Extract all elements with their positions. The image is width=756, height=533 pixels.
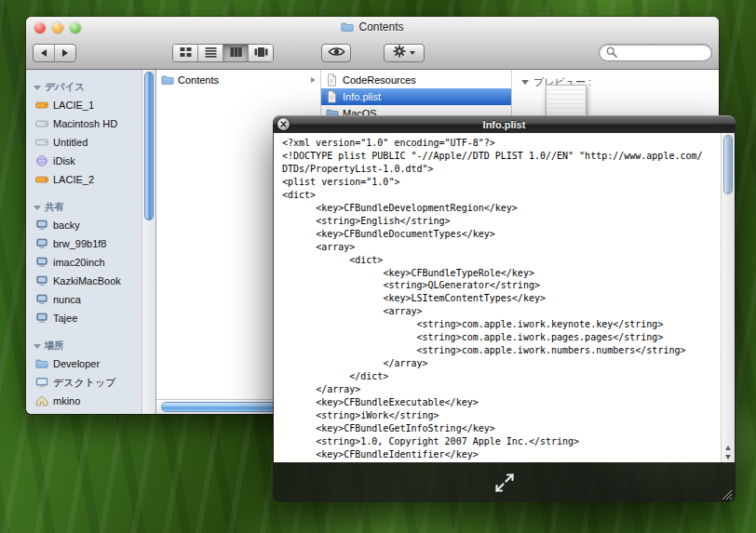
sidebar-section-header: デバイス [26, 79, 155, 96]
desktop-icon [35, 376, 48, 389]
finder-titlebar[interactable]: Contents [26, 17, 719, 70]
icon-view-button[interactable] [173, 45, 197, 61]
scroll-down-icon[interactable] [725, 455, 731, 460]
folder-icon [35, 357, 48, 370]
window-title: Contents [26, 20, 719, 33]
sidebar-section-gap [26, 189, 155, 197]
disclosure-triangle-icon[interactable] [34, 344, 41, 349]
close-icon[interactable] [277, 118, 290, 130]
plist-text: <?xml version="1.0" encoding="UTF-8"?> <… [274, 133, 735, 461]
chevron-down-icon [410, 51, 415, 55]
sidebar-item-developer[interactable]: Developer [26, 354, 155, 373]
sidebar-item-nunca[interactable]: nunca [26, 290, 155, 309]
network-computer-icon [35, 219, 48, 232]
sidebar-item-macintosh-hd[interactable]: Macintosh HD [26, 114, 155, 133]
coverflow-view-icon [254, 45, 268, 61]
sidebar-item-label: LACIE_2 [53, 174, 94, 185]
fullscreen-icon[interactable] [493, 472, 516, 494]
column-item-label: CodeResources [343, 74, 416, 86]
view-mode-segmented-control [172, 44, 274, 62]
desktop-wallpaper: Contents [0, 0, 756, 533]
sidebar-item-tajee[interactable]: Tajee [26, 309, 155, 327]
network-computer-icon [35, 237, 48, 250]
search-field[interactable] [599, 44, 712, 61]
sidebar-item-label: Developer [53, 358, 100, 369]
sidebar: デバイスLACIE_1Macintosh HDUntitlediDiskLACI… [26, 70, 156, 414]
forward-button[interactable] [54, 45, 75, 61]
quicklook-scrollbar[interactable] [721, 133, 735, 462]
idisk-icon [35, 154, 48, 167]
preview-header: プレビュー : [512, 70, 719, 89]
sidebar-item-label: backy [53, 220, 80, 231]
sidebar-item-kazkimacbook[interactable]: KazkiMacBook [26, 272, 155, 290]
forward-icon [62, 49, 68, 57]
column-item-coderesources[interactable]: CodeResources [321, 72, 511, 88]
eye-icon [328, 45, 345, 61]
sidebar-item-label: Tajee [53, 313, 77, 324]
column-view-icon [229, 45, 243, 61]
sidebar-item-brw-99b1f8[interactable]: brw_99b1f8 [26, 234, 155, 253]
hard-drive-icon [35, 136, 48, 149]
column-item-contents[interactable]: Contents [156, 72, 320, 88]
list-view-icon [204, 45, 218, 61]
search-input[interactable] [621, 47, 705, 60]
sidebar-scrollbar[interactable] [142, 70, 155, 414]
sidebar-item-backy[interactable]: backy [26, 216, 155, 234]
nav-buttons [33, 44, 76, 62]
sidebar-item-label: iDisk [53, 155, 75, 167]
quicklook-scrollbar-arrows [722, 446, 735, 460]
column-view-button[interactable] [223, 45, 248, 61]
scroll-up-icon[interactable] [725, 446, 731, 450]
sidebar-section-header: 場所 [26, 338, 155, 354]
hard-drive-orange-icon [35, 173, 48, 186]
folder-icon [341, 20, 354, 33]
quicklook-bottom-bar [273, 462, 736, 502]
sidebar-item-label: nunca [53, 294, 81, 305]
quicklook-scrollbar-thumb[interactable] [723, 135, 733, 194]
document-icon [326, 73, 339, 87]
sidebar-item-untitled[interactable]: Untitled [26, 133, 155, 152]
sidebar-scrollbar-thumb[interactable] [144, 72, 154, 220]
sidebar-item-mkino[interactable]: mkino [26, 392, 155, 410]
sidebar-section-label: 共有 [45, 201, 64, 214]
search-icon [606, 45, 617, 61]
column-item-label: Contents [178, 74, 219, 86]
back-button[interactable] [34, 45, 54, 61]
resize-grip-icon[interactable] [722, 489, 733, 500]
sidebar-item-label: mkino [53, 395, 80, 406]
document-icon [326, 90, 339, 103]
sidebar-item-idisk[interactable]: iDisk [26, 152, 155, 170]
sidebar-section-label: デバイス [45, 81, 85, 94]
chevron-right-icon [311, 77, 316, 83]
sidebar-section-header: 共有 [26, 199, 155, 216]
icon-view-icon [179, 45, 193, 61]
quicklook-titlebar[interactable]: Info.plist [273, 115, 736, 133]
column-item-info-plist[interactable]: Info.plist [321, 88, 511, 105]
network-computer-icon [35, 256, 48, 269]
sidebar-item-item[interactable]: デスクトップ [26, 373, 155, 392]
disclosure-triangle-icon[interactable] [34, 206, 41, 210]
quicklook-window: Info.plist <?xml version="1.0" encoding=… [273, 115, 736, 502]
sidebar-item-label: imac20inch [53, 257, 105, 268]
finder-toolbar [26, 41, 719, 67]
disclosure-triangle-icon[interactable] [521, 80, 529, 85]
quicklook-content: <?xml version="1.0" encoding="UTF-8"?> <… [274, 133, 735, 462]
network-computer-icon [35, 274, 48, 287]
sidebar-section-gap [26, 327, 155, 336]
network-computer-icon [35, 312, 48, 325]
sidebar-item-label: デスクトップ [53, 376, 116, 390]
column-item-label: Info.plist [343, 91, 381, 102]
sidebar-item-imac20inch[interactable]: imac20inch [26, 253, 155, 272]
list-view-button[interactable] [197, 45, 223, 61]
coverflow-view-button[interactable] [248, 45, 273, 61]
window-title-label: Contents [358, 20, 403, 33]
network-computer-icon [35, 293, 48, 306]
sidebar-item-label: KazkiMacBook [53, 275, 121, 286]
action-menu-button[interactable] [384, 44, 425, 62]
quicklook-button[interactable] [321, 44, 351, 62]
sidebar-sections: デバイスLACIE_1Macintosh HDUntitlediDiskLACI… [26, 79, 155, 410]
disclosure-triangle-icon[interactable] [34, 86, 41, 90]
sidebar-item-lacie-1[interactable]: LACIE_1 [26, 96, 155, 114]
quicklook-title: Info.plist [483, 119, 526, 130]
sidebar-item-lacie-2[interactable]: LACIE_2 [26, 170, 155, 189]
